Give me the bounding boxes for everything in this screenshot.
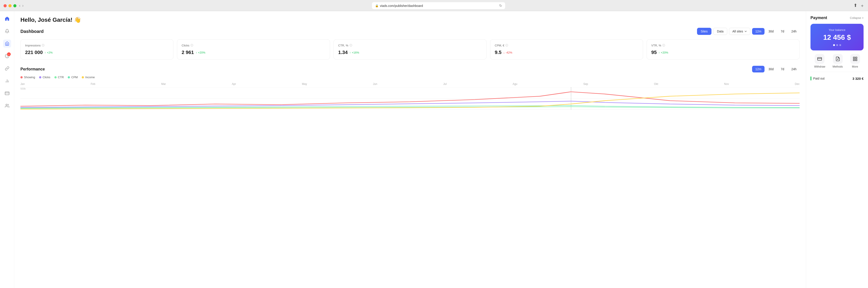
sidebar-item-chart[interactable] xyxy=(3,77,11,85)
sidebar-item-users[interactable] xyxy=(3,102,11,110)
withdraw-icon xyxy=(815,54,825,64)
more-label: More xyxy=(852,65,858,68)
perf-time-24h[interactable]: 24h xyxy=(788,66,800,73)
tab-data[interactable]: Data xyxy=(713,28,727,35)
back-button[interactable]: ‹ xyxy=(19,3,21,8)
payment-title: Payment xyxy=(810,16,827,20)
sidebar-item-link[interactable] xyxy=(3,64,11,73)
app-layout: 12 Hello, José García! 👋 Dashboard Sites… xyxy=(0,11,868,288)
action-methods[interactable]: Methods xyxy=(833,54,843,68)
more-icon xyxy=(850,54,860,64)
clicks-info-icon[interactable]: ⓘ xyxy=(190,44,193,47)
stat-vtr-label: VTR, % ⓘ xyxy=(651,44,795,47)
legend-ctr: CTR xyxy=(54,76,64,79)
dashboard-header: Dashboard Sites Data All sites 12m 30d 7… xyxy=(21,28,800,35)
svg-rect-15 xyxy=(853,57,855,58)
balance-dots xyxy=(815,44,859,46)
traffic-lights xyxy=(4,4,17,7)
ctr-change: ↑ +16% xyxy=(349,51,359,54)
payment-header: Payment Collapse > xyxy=(810,16,864,20)
chart-container: 500k xyxy=(21,87,800,110)
svg-rect-4 xyxy=(5,92,9,95)
performance-title: Performance xyxy=(21,67,45,71)
stat-clicks: Clicks ⓘ 2 961 ↑ +20% xyxy=(177,39,330,60)
legend-income-dot xyxy=(82,76,84,79)
new-tab-icon[interactable]: ＋ xyxy=(860,3,864,9)
clicks-change: ↑ +20% xyxy=(196,51,206,54)
stat-clicks-value: 2 961 ↑ +20% xyxy=(182,50,325,55)
balance-dot-3 xyxy=(839,44,841,46)
close-button[interactable] xyxy=(4,4,7,7)
methods-label: Methods xyxy=(833,65,843,68)
balance-amount: 12 456 $ xyxy=(815,33,859,41)
stat-cpm-label: CPM, € ⓘ xyxy=(495,44,639,47)
sidebar: 12 xyxy=(0,11,14,288)
payment-actions: Withdraw Methods More xyxy=(810,54,864,72)
balance-label: Your balance xyxy=(815,28,859,32)
sidebar-item-card[interactable] xyxy=(3,89,11,97)
stat-clicks-label: Clicks ⓘ xyxy=(182,44,325,47)
legend-showing-dot xyxy=(21,76,23,79)
stat-cpm-value: 9.5 ↓ -42% xyxy=(495,50,639,55)
svg-point-6 xyxy=(6,104,7,106)
legend-cpm: CPM xyxy=(68,76,78,79)
time-7d[interactable]: 7d xyxy=(778,28,787,35)
reload-button[interactable]: ↻ xyxy=(499,4,502,8)
legend-showing: Showing xyxy=(21,76,35,79)
stat-impressions-value: 221 000 ↑ +2% xyxy=(25,50,169,55)
right-panel: Payment Collapse > Your balance 12 456 $… xyxy=(806,11,868,288)
browser-chrome: ‹ › 🔒 viads.com/publisher/dashboard ↻ ⬆ … xyxy=(0,0,868,11)
action-withdraw[interactable]: Withdraw xyxy=(814,54,825,68)
stat-ctr-value: 1.34 ↑ +16% xyxy=(338,50,482,55)
stats-grid: Impressions ⓘ 221 000 ↑ +2% Clicks ⓘ 2 9… xyxy=(21,39,800,60)
balance-dot-1 xyxy=(833,44,835,46)
action-more[interactable]: More xyxy=(850,54,860,68)
chart-y-label: 500k xyxy=(21,87,26,90)
perf-time-7d[interactable]: 7d xyxy=(778,66,787,73)
time-30d[interactable]: 30d xyxy=(766,28,777,35)
tab-sites[interactable]: Sites xyxy=(697,28,711,35)
ctr-info-icon[interactable]: ⓘ xyxy=(349,44,352,47)
svg-rect-16 xyxy=(855,57,857,58)
legend-clicks-dot xyxy=(39,76,41,79)
share-icon[interactable]: ⬆ xyxy=(854,3,857,9)
paid-out-value: 3 320 € xyxy=(852,77,864,81)
lock-icon: 🔒 xyxy=(375,4,379,7)
impressions-change: ↑ +2% xyxy=(44,51,53,54)
dashboard-title: Dashboard xyxy=(21,29,43,34)
svg-rect-17 xyxy=(853,59,855,61)
stat-vtr: VTR, % ⓘ 95 ↑ +20% xyxy=(647,39,800,60)
chart-legend: Showing Clicks CTR CPM Income xyxy=(21,76,800,79)
perf-time-12m[interactable]: 12m xyxy=(752,66,764,73)
svg-rect-11 xyxy=(817,58,822,60)
cpm-info-icon[interactable]: ⓘ xyxy=(505,44,508,47)
stat-ctr-label: CTR, % ⓘ xyxy=(338,44,482,47)
address-bar[interactable]: 🔒 viads.com/publisher/dashboard ↻ xyxy=(372,2,505,9)
cpm-change: ↓ -42% xyxy=(503,51,512,54)
paid-out-row: Paid out 3 320 € xyxy=(810,77,864,81)
stat-impressions: Impressions ⓘ 221 000 ↑ +2% xyxy=(21,39,174,60)
header-controls: Sites Data All sites 12m 30d 7d 24h xyxy=(697,28,800,35)
minimize-button[interactable] xyxy=(8,4,11,7)
notification-badge: 12 xyxy=(7,53,11,56)
time-24h[interactable]: 24h xyxy=(788,28,800,35)
sidebar-item-home[interactable] xyxy=(3,39,11,48)
sites-dropdown[interactable]: All sites xyxy=(729,28,750,35)
vtr-info-icon[interactable]: ⓘ xyxy=(662,44,665,47)
maximize-button[interactable] xyxy=(13,4,17,7)
main-content: Hello, José García! 👋 Dashboard Sites Da… xyxy=(14,11,806,288)
chart-svg xyxy=(21,87,800,110)
sidebar-item-badge[interactable]: 12 xyxy=(3,52,11,60)
collapse-button[interactable]: Collapse > xyxy=(850,16,864,20)
time-12m[interactable]: 12m xyxy=(752,28,764,35)
impressions-info-icon[interactable]: ⓘ xyxy=(42,44,44,47)
forward-button[interactable]: › xyxy=(22,3,24,8)
url-text: viads.com/publisher/dashboard xyxy=(380,4,423,7)
perf-time-30d[interactable]: 30d xyxy=(766,66,777,73)
sidebar-item-bell[interactable] xyxy=(3,27,11,35)
performance-section: Performance 12m 30d 7d 24h Showing Click… xyxy=(21,66,800,109)
svg-rect-18 xyxy=(855,59,857,61)
balance-dot-2 xyxy=(836,44,838,46)
time-filter-group: 12m 30d 7d 24h xyxy=(752,28,800,35)
legend-cpm-dot xyxy=(68,76,70,79)
